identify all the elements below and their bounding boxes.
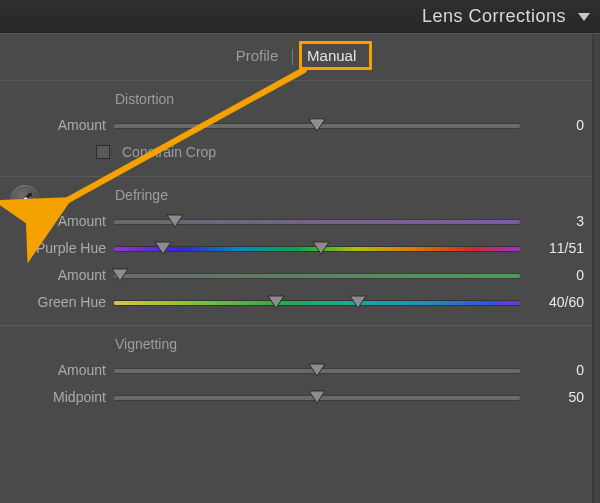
slider-vignetting-amount[interactable] — [114, 356, 520, 383]
slider-vignetting-midpoint[interactable] — [114, 383, 520, 410]
slider-knob[interactable] — [308, 118, 326, 132]
slider-knob[interactable] — [308, 390, 326, 404]
value-defringe-amount1[interactable]: 3 — [520, 213, 584, 229]
slider-knob-high[interactable] — [312, 241, 330, 255]
row-distortion-amount: Amount 0 — [0, 111, 592, 138]
slider-defringe-amount2[interactable] — [114, 261, 520, 288]
slider-purple-hue[interactable] — [114, 234, 520, 261]
checkbox-constrain-crop[interactable] — [96, 145, 110, 159]
tab-manual[interactable]: Manual — [301, 44, 362, 67]
row-purple-hue: Purple Hue 11/51 — [0, 234, 592, 261]
label-constrain-crop: Constrain Crop — [122, 144, 216, 160]
row-constrain-crop: Constrain Crop — [0, 138, 592, 166]
heading-distortion: Distortion — [0, 85, 592, 111]
label-green-hue: Green Hue — [0, 294, 114, 310]
section-vignetting: Vignetting Amount 0 Midpoint 50 — [0, 326, 592, 420]
slider-knob[interactable] — [308, 363, 326, 377]
slider-knob-high[interactable] — [349, 295, 367, 309]
section-defringe: Defringe Amount 3 Purple Hue — [0, 177, 592, 326]
row-defringe-amount1: Amount 3 — [0, 207, 592, 234]
label-defringe-amount1: Amount — [0, 213, 114, 229]
value-vignetting-amount[interactable]: 0 — [520, 362, 584, 378]
label-defringe-amount2: Amount — [0, 267, 114, 283]
slider-distortion-amount[interactable] — [114, 111, 520, 138]
tab-separator — [292, 49, 293, 65]
row-vignetting-midpoint: Midpoint 50 — [0, 383, 592, 410]
label-distortion-amount: Amount — [0, 117, 114, 133]
svg-point-1 — [28, 193, 32, 197]
triangle-down-icon[interactable] — [578, 13, 590, 21]
slider-knob[interactable] — [111, 268, 129, 282]
value-distortion-amount[interactable]: 0 — [520, 117, 584, 133]
tab-bar: Profile Manual — [0, 34, 592, 81]
label-vignetting-amount: Amount — [0, 362, 114, 378]
panel-title: Lens Corrections — [422, 6, 566, 27]
slider-track — [114, 273, 520, 279]
value-green-hue[interactable]: 40/60 — [520, 294, 584, 310]
value-defringe-amount2[interactable]: 0 — [520, 267, 584, 283]
row-vignetting-amount: Amount 0 — [0, 356, 592, 383]
value-vignetting-midpoint[interactable]: 50 — [520, 389, 584, 405]
section-distortion: Distortion Amount 0 Constrain Crop — [0, 81, 592, 177]
slider-knob-low[interactable] — [267, 295, 285, 309]
value-purple-hue[interactable]: 11/51 — [520, 240, 584, 256]
heading-vignetting: Vignetting — [0, 330, 592, 356]
heading-defringe: Defringe — [0, 181, 592, 207]
slider-knob[interactable] — [166, 214, 184, 228]
eyedropper-tool[interactable] — [10, 185, 40, 215]
panel-header: Lens Corrections — [0, 0, 600, 34]
label-vignetting-midpoint: Midpoint — [0, 389, 114, 405]
panel-body: Profile Manual Distortion Amount 0 Const… — [0, 34, 594, 503]
tab-profile[interactable]: Profile — [230, 44, 285, 67]
slider-green-hue[interactable] — [114, 288, 520, 315]
row-green-hue: Green Hue 40/60 — [0, 288, 592, 315]
slider-track — [114, 300, 520, 306]
eyedropper-icon — [16, 191, 34, 209]
row-defringe-amount2: Amount 0 — [0, 261, 592, 288]
label-purple-hue: Purple Hue — [0, 240, 114, 256]
slider-knob-low[interactable] — [154, 241, 172, 255]
slider-defringe-amount1[interactable] — [114, 207, 520, 234]
